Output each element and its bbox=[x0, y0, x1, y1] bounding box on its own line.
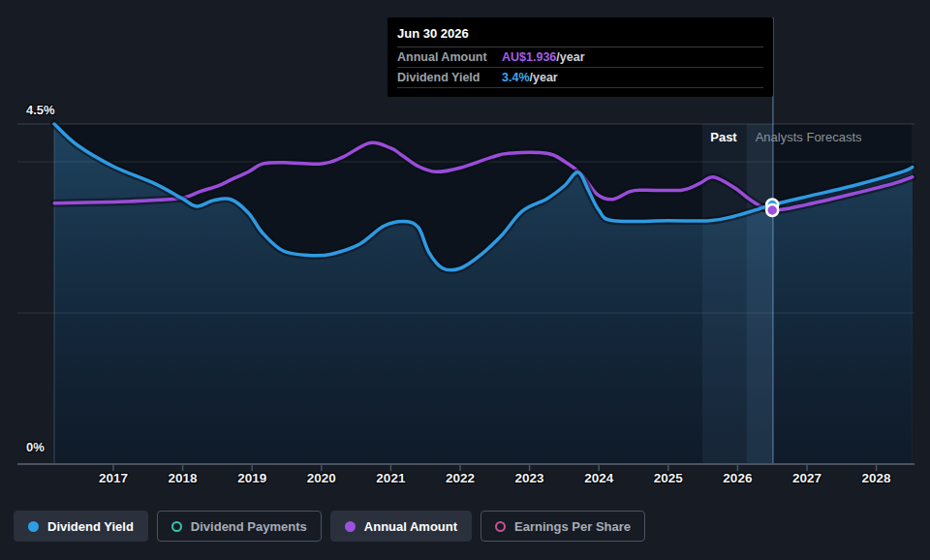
legend-label: Dividend Yield bbox=[47, 519, 134, 534]
x-tick-label: 2018 bbox=[154, 471, 212, 485]
x-tick-label: 2021 bbox=[361, 471, 419, 485]
past-region-label: Past bbox=[710, 130, 736, 144]
legend-label: Annual Amount bbox=[364, 519, 457, 534]
legend-toggle-annual-amount[interactable]: Annual Amount bbox=[330, 511, 472, 542]
current-value-marker bbox=[766, 204, 778, 216]
x-tick-label: 2027 bbox=[778, 471, 836, 485]
x-tick-label: 2017 bbox=[84, 471, 142, 485]
dividend-payments-ring-icon bbox=[171, 521, 182, 532]
x-tick-label: 2023 bbox=[501, 471, 559, 485]
x-tick-label: 2028 bbox=[848, 471, 906, 485]
x-tick-label: 2019 bbox=[223, 471, 281, 485]
tooltip-row-annual-amount: Annual Amount AU$1.936 /year bbox=[397, 47, 763, 68]
tooltip-label: Dividend Yield bbox=[397, 71, 490, 84]
dividend-chart-page: 4.5% 0% 20172018201920202021202220232024… bbox=[0, 0, 930, 560]
x-tick-label: 2025 bbox=[639, 471, 698, 485]
legend-toggle-dividend-payments[interactable]: Dividend Payments bbox=[157, 511, 322, 542]
x-tick-label: 2024 bbox=[570, 471, 628, 485]
hover-tooltip: Jun 30 2026 Annual Amount AU$1.936 /year… bbox=[388, 17, 773, 97]
tooltip-value-suffix: /year bbox=[556, 50, 584, 64]
tooltip-value-suffix: /year bbox=[530, 71, 558, 84]
tooltip-date: Jun 30 2026 bbox=[397, 17, 763, 47]
x-tick-label: 2026 bbox=[708, 471, 766, 485]
x-tick-label: 2020 bbox=[293, 471, 351, 485]
legend-toggle-earnings-per-share[interactable]: Earnings Per Share bbox=[480, 511, 645, 542]
y-axis-max-label: 4.5% bbox=[26, 103, 55, 117]
chart-legend: Dividend Yield Dividend Payments Annual … bbox=[14, 511, 645, 542]
y-axis-min-label: 0% bbox=[26, 440, 45, 454]
tooltip-row-dividend-yield: Dividend Yield 3.4% /year bbox=[397, 68, 763, 88]
tooltip-value: AU$1.936 bbox=[502, 50, 556, 64]
tooltip-value: 3.4% bbox=[502, 71, 530, 84]
analysts-forecasts-region-label: Analysts Forecasts bbox=[756, 130, 862, 144]
legend-label: Earnings Per Share bbox=[514, 519, 631, 534]
annual-amount-dot-icon bbox=[345, 521, 356, 532]
tooltip-label: Annual Amount bbox=[397, 50, 490, 64]
x-tick-label: 2022 bbox=[431, 471, 489, 485]
dividend-yield-dot-icon bbox=[28, 521, 39, 532]
earnings-per-share-ring-icon bbox=[495, 521, 506, 532]
legend-label: Dividend Payments bbox=[191, 519, 307, 534]
hover-year-band-bright bbox=[747, 124, 773, 464]
legend-toggle-dividend-yield[interactable]: Dividend Yield bbox=[14, 511, 148, 542]
